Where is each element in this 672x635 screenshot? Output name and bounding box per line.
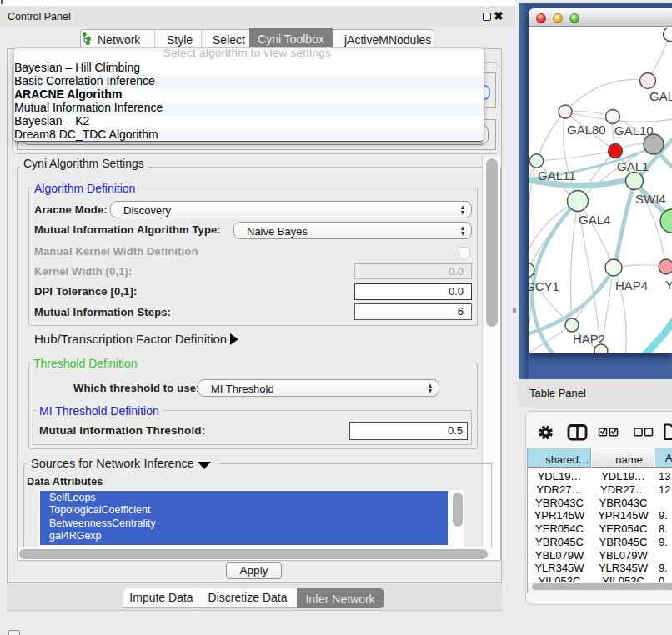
svg-text:GAL1: GAL1 bbox=[617, 159, 649, 173]
svg-text:GAL80: GAL80 bbox=[567, 122, 606, 137]
svg-text:SWI4: SWI4 bbox=[635, 192, 666, 206]
svg-text:GAL11: GAL11 bbox=[538, 168, 576, 182]
svg-text:GAL4: GAL4 bbox=[579, 212, 610, 227]
svg-text:HAP4: HAP4 bbox=[615, 278, 648, 292]
svg-text:GAL10: GAL10 bbox=[614, 123, 654, 138]
svg-text:GCY1: GCY1 bbox=[529, 279, 559, 293]
svg-text:GAL7: GAL7 bbox=[649, 89, 672, 103]
svg-text:HAP2: HAP2 bbox=[573, 332, 605, 346]
svg-text:Y: Y bbox=[665, 278, 672, 292]
